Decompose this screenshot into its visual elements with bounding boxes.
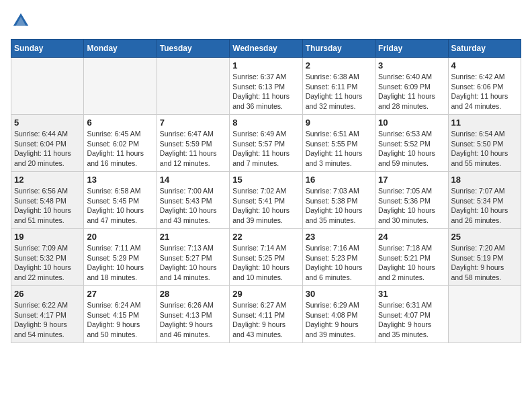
day-info: Sunrise: 6:37 AM Sunset: 6:13 PM Dayligh… <box>232 72 299 111</box>
calendar-cell: 21Sunrise: 7:13 AM Sunset: 5:27 PM Dayli… <box>157 229 229 286</box>
calendar-cell: 3Sunrise: 6:40 AM Sunset: 6:09 PM Daylig… <box>375 58 448 115</box>
calendar-cell <box>11 58 84 115</box>
day-number: 21 <box>160 232 226 242</box>
week-row: 12Sunrise: 6:56 AM Sunset: 5:48 PM Dayli… <box>11 172 521 229</box>
calendar-cell: 31Sunrise: 6:31 AM Sunset: 4:07 PM Dayli… <box>375 286 448 343</box>
day-info: Sunrise: 7:00 AM Sunset: 5:43 PM Dayligh… <box>160 186 226 226</box>
day-number: 19 <box>14 232 81 242</box>
day-info: Sunrise: 6:24 AM Sunset: 4:15 PM Dayligh… <box>87 300 153 340</box>
calendar-cell: 24Sunrise: 7:18 AM Sunset: 5:21 PM Dayli… <box>375 229 448 286</box>
day-number: 31 <box>378 289 445 299</box>
weekday-header: Wednesday <box>230 40 302 58</box>
day-info: Sunrise: 6:51 AM Sunset: 5:55 PM Dayligh… <box>306 129 372 169</box>
day-info: Sunrise: 6:27 AM Sunset: 4:11 PM Dayligh… <box>232 300 299 340</box>
day-number: 12 <box>14 175 81 185</box>
day-info: Sunrise: 7:03 AM Sunset: 5:38 PM Dayligh… <box>306 186 372 226</box>
day-number: 13 <box>87 175 153 185</box>
day-number: 9 <box>306 118 372 128</box>
day-number: 28 <box>160 289 226 299</box>
weekday-header: Friday <box>375 40 448 58</box>
week-row: 19Sunrise: 7:09 AM Sunset: 5:32 PM Dayli… <box>11 229 521 286</box>
calendar-cell: 20Sunrise: 7:11 AM Sunset: 5:29 PM Dayli… <box>84 229 157 286</box>
week-row: 26Sunrise: 6:22 AM Sunset: 4:17 PM Dayli… <box>11 286 521 343</box>
day-info: Sunrise: 6:40 AM Sunset: 6:09 PM Dayligh… <box>378 72 445 111</box>
day-number: 1 <box>232 60 299 71</box>
day-info: Sunrise: 6:38 AM Sunset: 6:11 PM Dayligh… <box>306 72 372 111</box>
day-info: Sunrise: 7:18 AM Sunset: 5:21 PM Dayligh… <box>378 243 445 283</box>
week-row: 5Sunrise: 6:44 AM Sunset: 6:04 PM Daylig… <box>11 115 521 172</box>
day-number: 5 <box>14 118 81 128</box>
calendar-cell: 28Sunrise: 6:26 AM Sunset: 4:13 PM Dayli… <box>157 286 229 343</box>
day-info: Sunrise: 6:49 AM Sunset: 5:57 PM Dayligh… <box>232 129 299 169</box>
calendar-cell: 22Sunrise: 7:14 AM Sunset: 5:25 PM Dayli… <box>230 229 302 286</box>
calendar-cell: 29Sunrise: 6:27 AM Sunset: 4:11 PM Dayli… <box>230 286 302 343</box>
day-info: Sunrise: 7:07 AM Sunset: 5:34 PM Dayligh… <box>451 186 518 226</box>
logo-icon <box>11 11 31 31</box>
calendar-cell: 2Sunrise: 6:38 AM Sunset: 6:11 PM Daylig… <box>302 58 375 115</box>
day-info: Sunrise: 7:13 AM Sunset: 5:27 PM Dayligh… <box>160 243 226 283</box>
day-info: Sunrise: 6:31 AM Sunset: 4:07 PM Dayligh… <box>378 300 445 340</box>
day-info: Sunrise: 6:26 AM Sunset: 4:13 PM Dayligh… <box>160 300 226 340</box>
day-info: Sunrise: 7:16 AM Sunset: 5:23 PM Dayligh… <box>306 243 372 283</box>
day-info: Sunrise: 6:45 AM Sunset: 6:02 PM Dayligh… <box>87 129 153 169</box>
day-number: 25 <box>451 232 518 242</box>
calendar-cell: 10Sunrise: 6:53 AM Sunset: 5:52 PM Dayli… <box>375 115 448 172</box>
day-number: 16 <box>306 175 372 185</box>
calendar-cell: 6Sunrise: 6:45 AM Sunset: 6:02 PM Daylig… <box>84 115 157 172</box>
day-info: Sunrise: 6:22 AM Sunset: 4:17 PM Dayligh… <box>14 300 81 340</box>
calendar-cell: 1Sunrise: 6:37 AM Sunset: 6:13 PM Daylig… <box>230 58 302 115</box>
week-row: 1Sunrise: 6:37 AM Sunset: 6:13 PM Daylig… <box>11 58 521 115</box>
day-number: 6 <box>87 118 153 128</box>
day-number: 30 <box>306 289 372 299</box>
day-number: 15 <box>232 175 299 185</box>
calendar-cell: 14Sunrise: 7:00 AM Sunset: 5:43 PM Dayli… <box>157 172 229 229</box>
day-number: 22 <box>232 232 299 242</box>
day-number: 14 <box>160 175 226 185</box>
day-info: Sunrise: 7:02 AM Sunset: 5:41 PM Dayligh… <box>232 186 299 226</box>
calendar-cell: 8Sunrise: 6:49 AM Sunset: 5:57 PM Daylig… <box>230 115 302 172</box>
day-info: Sunrise: 7:20 AM Sunset: 5:19 PM Dayligh… <box>451 243 518 283</box>
day-number: 27 <box>87 289 153 299</box>
calendar-cell: 11Sunrise: 6:54 AM Sunset: 5:50 PM Dayli… <box>448 115 521 172</box>
day-number: 3 <box>378 60 445 71</box>
weekday-header: Saturday <box>448 40 521 58</box>
day-number: 11 <box>451 118 518 128</box>
day-info: Sunrise: 6:29 AM Sunset: 4:08 PM Dayligh… <box>306 300 372 340</box>
day-info: Sunrise: 7:11 AM Sunset: 5:29 PM Dayligh… <box>87 243 153 283</box>
weekday-header: Thursday <box>302 40 375 58</box>
calendar-cell: 12Sunrise: 6:56 AM Sunset: 5:48 PM Dayli… <box>11 172 84 229</box>
day-info: Sunrise: 7:09 AM Sunset: 5:32 PM Dayligh… <box>14 243 81 283</box>
page-header <box>11 11 521 31</box>
day-number: 26 <box>14 289 81 299</box>
calendar-cell: 30Sunrise: 6:29 AM Sunset: 4:08 PM Dayli… <box>302 286 375 343</box>
calendar-cell: 5Sunrise: 6:44 AM Sunset: 6:04 PM Daylig… <box>11 115 84 172</box>
day-number: 24 <box>378 232 445 242</box>
day-number: 17 <box>378 175 445 185</box>
day-info: Sunrise: 6:42 AM Sunset: 6:06 PM Dayligh… <box>451 72 518 111</box>
calendar-cell: 27Sunrise: 6:24 AM Sunset: 4:15 PM Dayli… <box>84 286 157 343</box>
calendar-cell: 23Sunrise: 7:16 AM Sunset: 5:23 PM Dayli… <box>302 229 375 286</box>
day-number: 20 <box>87 232 153 242</box>
day-info: Sunrise: 6:47 AM Sunset: 5:59 PM Dayligh… <box>160 129 226 169</box>
day-info: Sunrise: 7:05 AM Sunset: 5:36 PM Dayligh… <box>378 186 445 226</box>
calendar-cell: 15Sunrise: 7:02 AM Sunset: 5:41 PM Dayli… <box>230 172 302 229</box>
calendar-cell: 9Sunrise: 6:51 AM Sunset: 5:55 PM Daylig… <box>302 115 375 172</box>
day-number: 8 <box>232 118 299 128</box>
calendar-table: SundayMondayTuesdayWednesdayThursdayFrid… <box>11 39 521 343</box>
calendar-cell: 19Sunrise: 7:09 AM Sunset: 5:32 PM Dayli… <box>11 229 84 286</box>
calendar-cell <box>157 58 229 115</box>
logo <box>11 11 34 31</box>
calendar-cell: 25Sunrise: 7:20 AM Sunset: 5:19 PM Dayli… <box>448 229 521 286</box>
calendar-cell: 13Sunrise: 6:58 AM Sunset: 5:45 PM Dayli… <box>84 172 157 229</box>
calendar-cell: 4Sunrise: 6:42 AM Sunset: 6:06 PM Daylig… <box>448 58 521 115</box>
day-number: 18 <box>451 175 518 185</box>
day-info: Sunrise: 7:14 AM Sunset: 5:25 PM Dayligh… <box>232 243 299 283</box>
day-number: 4 <box>451 60 518 71</box>
day-info: Sunrise: 6:56 AM Sunset: 5:48 PM Dayligh… <box>14 186 81 226</box>
weekday-header: Monday <box>84 40 157 58</box>
calendar-cell: 7Sunrise: 6:47 AM Sunset: 5:59 PM Daylig… <box>157 115 229 172</box>
calendar-cell: 26Sunrise: 6:22 AM Sunset: 4:17 PM Dayli… <box>11 286 84 343</box>
weekday-header-row: SundayMondayTuesdayWednesdayThursdayFrid… <box>11 40 521 58</box>
calendar-cell: 16Sunrise: 7:03 AM Sunset: 5:38 PM Dayli… <box>302 172 375 229</box>
day-info: Sunrise: 6:53 AM Sunset: 5:52 PM Dayligh… <box>378 129 445 169</box>
